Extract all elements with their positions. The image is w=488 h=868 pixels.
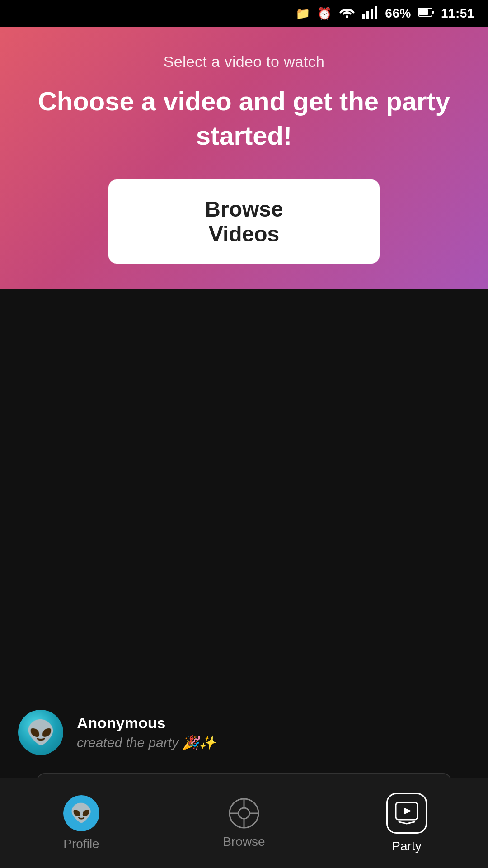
svg-rect-4 (375, 6, 377, 19)
chat-text: Anonymous created the party 🎉✨ (77, 714, 216, 750)
svg-marker-18 (404, 807, 412, 815)
signal-icon (362, 6, 378, 22)
nav-item-profile[interactable]: 👽 Profile (36, 795, 127, 851)
nav-item-party[interactable]: Party (361, 793, 452, 854)
chat-area (0, 289, 488, 701)
notification-icon: 📁 (296, 7, 310, 21)
nav-label-profile: Profile (63, 837, 99, 851)
chat-message-container: 👽 Anonymous created the party 🎉✨ (0, 701, 488, 764)
chat-action: created the party 🎉✨ (77, 735, 216, 750)
avatar-emoji: 👽 (26, 719, 56, 746)
profile-avatar-emoji: 👽 (70, 802, 93, 824)
svg-point-0 (346, 15, 348, 18)
svg-rect-2 (366, 11, 369, 19)
hero-title: Choose a video and get the party started… (36, 84, 452, 152)
party-nav-icon (394, 801, 419, 826)
battery-icon (418, 7, 434, 21)
chat-username: Anonymous (77, 714, 216, 732)
hero-subtitle: Select a video to watch (164, 53, 325, 71)
battery-percentage: 66% (385, 6, 411, 21)
hero-section: Select a video to watch Choose a video a… (0, 27, 488, 289)
avatar: 👽 (18, 710, 63, 755)
alarm-icon: ⏰ (317, 7, 332, 21)
svg-point-12 (239, 808, 249, 819)
browse-icon (228, 797, 260, 829)
wifi-icon (339, 6, 355, 22)
status-bar: 📁 ⏰ 66% 11:51 (0, 0, 488, 27)
svg-rect-6 (432, 11, 434, 14)
nav-item-browse[interactable]: Browse (199, 797, 289, 849)
svg-rect-1 (362, 14, 365, 19)
bottom-nav: 👽 Profile Browse Party (0, 778, 488, 868)
svg-rect-3 (371, 9, 373, 19)
nav-label-party: Party (392, 839, 421, 854)
time: 11:51 (441, 6, 474, 21)
svg-rect-7 (419, 9, 428, 15)
party-icon-box (386, 793, 427, 834)
profile-avatar-nav: 👽 (63, 795, 99, 831)
browse-videos-button[interactable]: Browse Videos (108, 179, 380, 264)
nav-label-browse: Browse (223, 835, 265, 849)
